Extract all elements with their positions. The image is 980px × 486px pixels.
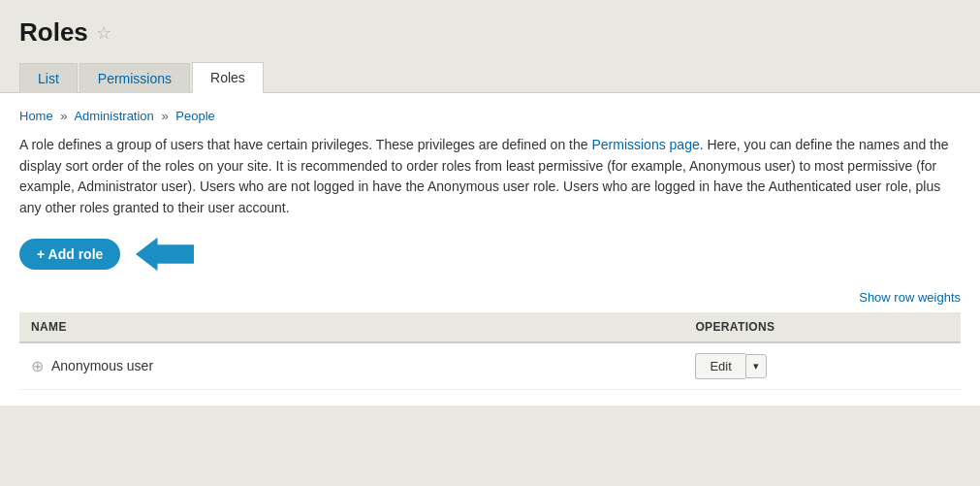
breadcrumb-administration-link[interactable]: Administration bbox=[74, 109, 153, 123]
tab-list[interactable]: List bbox=[19, 63, 78, 93]
star-icon[interactable]: ☆ bbox=[96, 22, 111, 44]
svg-marker-0 bbox=[136, 238, 194, 272]
breadcrumb-home-link[interactable]: Home bbox=[19, 109, 53, 123]
tabs-row: List Permissions Roles bbox=[19, 61, 961, 93]
tab-permissions[interactable]: Permissions bbox=[79, 63, 190, 93]
page-title-row: Roles ☆ bbox=[19, 17, 961, 48]
header-section: Roles ☆ List Permissions Roles bbox=[0, 0, 980, 93]
edit-button[interactable]: Edit bbox=[695, 353, 744, 379]
page-wrapper: Roles ☆ List Permissions Roles Home » Ad… bbox=[0, 0, 980, 486]
permissions-page-link[interactable]: Permissions page bbox=[591, 137, 699, 152]
table-header-row: NAME OPERATIONS bbox=[19, 312, 961, 342]
breadcrumb: Home » Administration » People bbox=[19, 109, 961, 123]
show-row-weights-link[interactable]: Show row weights bbox=[859, 290, 961, 305]
roles-table: NAME OPERATIONS ⊕ Anonymous user Edit bbox=[19, 312, 961, 390]
tab-roles[interactable]: Roles bbox=[192, 62, 264, 93]
show-row-weights-row: Show row weights bbox=[19, 289, 961, 305]
role-name-text: Anonymous user bbox=[51, 358, 153, 373]
description-before-link: A role defines a group of users that hav… bbox=[19, 137, 591, 152]
edit-dropdown-button[interactable]: ▾ bbox=[745, 354, 767, 378]
column-header-name: NAME bbox=[19, 312, 683, 342]
breadcrumb-people-link[interactable]: People bbox=[175, 109, 214, 123]
add-role-button[interactable]: + Add role bbox=[19, 239, 120, 270]
table-row: ⊕ Anonymous user Edit ▾ bbox=[19, 342, 961, 390]
main-content: Home » Administration » People A role de… bbox=[0, 92, 980, 405]
drag-handle-icon[interactable]: ⊕ bbox=[31, 357, 44, 375]
description-text: A role defines a group of users that hav… bbox=[19, 135, 961, 219]
actions-row: + Add role bbox=[19, 237, 961, 272]
arrow-icon bbox=[136, 237, 194, 272]
role-name-cell: ⊕ Anonymous user bbox=[19, 342, 683, 390]
breadcrumb-sep2: » bbox=[161, 109, 168, 123]
page-title: Roles bbox=[19, 17, 88, 48]
breadcrumb-sep1: » bbox=[60, 109, 67, 123]
column-header-operations: OPERATIONS bbox=[683, 312, 961, 342]
operations-cell: Edit ▾ bbox=[683, 342, 961, 390]
